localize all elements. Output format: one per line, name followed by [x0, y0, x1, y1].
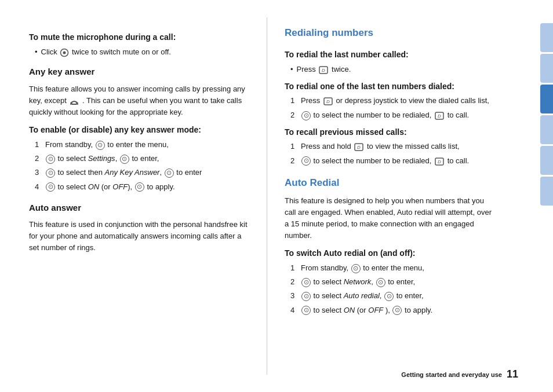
redial-icon-1: D [318, 64, 329, 76]
mute-bullet-item: • Click twice to switch mute on or off. [35, 46, 249, 58]
switch-item-3: 3 to select Auto redial, to enter, [290, 290, 493, 302]
last-called-heading: To redial the last number called: [285, 49, 493, 61]
last-ten-heading: To redial one of the last ten numbers di… [285, 80, 493, 93]
nav-icon-4 [46, 182, 55, 192]
tab-4 [540, 115, 553, 144]
svg-text:D: D [438, 113, 441, 119]
svg-text:D: D [438, 159, 441, 164]
switch-item-4: 4 to select ON (or OFF ), to apply. [290, 305, 493, 316]
footer-text: Getting started and everyday use [401, 371, 502, 378]
recall-item-2: 2 to select the number to be redialed, D… [290, 155, 493, 167]
last-ten-item-2: 2 to select the number to be redialed, D… [290, 109, 493, 122]
last-ten-item-1: 1 Press D or depress joystick to view th… [290, 95, 493, 107]
nav-icon-r1 [301, 111, 311, 120]
page-footer: Getting started and everyday use 11 [401, 368, 518, 380]
nav-icon-s2b [376, 278, 385, 287]
left-column: To mute the microphone during a call: • … [0, 0, 267, 392]
last-called-text: Press D twice. [297, 64, 351, 76]
nav-icon-4b [135, 182, 144, 192]
switch-item-2: 2 to select Network, to enter, [290, 276, 493, 288]
mute-text: Click twice to switch mute on or off. [41, 46, 171, 58]
redial-icon-5: D [434, 155, 445, 167]
tab-2 [540, 54, 553, 83]
enable-item-3: 3 to select then Any Key Answer, to ente… [35, 167, 249, 178]
nav-icon-s1 [351, 264, 361, 273]
recall-item-1: 1 Press and hold D to view the missed ca… [290, 141, 493, 153]
switch-heading: To switch Auto redial on (and off): [285, 247, 493, 260]
redial-icon-2: D [322, 96, 334, 107]
nav-icon-s4 [301, 306, 311, 315]
redial-icon-3: D [434, 109, 445, 121]
svg-text:D: D [326, 99, 330, 104]
svg-text:D: D [322, 68, 326, 73]
recall-list: 1 Press and hold D to view the missed ca… [290, 141, 493, 167]
redial-icon-4: D [353, 141, 365, 153]
tab-3-active [540, 85, 553, 113]
auto-redial-title: Auto Redial [285, 175, 493, 190]
enable-item-2: 2 to select Settings, to enter, [35, 153, 249, 164]
nav-icon-2b [120, 155, 129, 164]
right-column: Redialing numbers To redial the last num… [267, 0, 528, 392]
nav-icon-2 [46, 155, 55, 164]
nav-icon-s3b [384, 292, 394, 301]
bullet-dot-2: • [290, 64, 293, 75]
last-called-bullet: • Press D twice. [290, 64, 493, 76]
nav-icon-3 [46, 168, 55, 178]
page-number: 11 [507, 368, 518, 380]
enable-list: 1 From standby, to enter the menu, 2 to … [35, 139, 249, 193]
switch-item-1: 1 From standby, to enter the menu, [290, 262, 493, 274]
bullet-dot: • [35, 46, 38, 58]
nav-icon-r2 [301, 156, 311, 166]
nav-icon-3b [165, 168, 174, 178]
side-tabs [537, 0, 553, 392]
recall-heading: To recall previous missed calls: [285, 126, 493, 139]
any-key-title: Any key answer [29, 65, 249, 78]
nav-icon-s2 [301, 278, 311, 287]
enable-item-1: 1 From standby, to enter the menu, [35, 139, 249, 151]
nav-icon-s3 [301, 292, 311, 301]
enable-item-4: 4 to select ON (or OFF), to apply. [35, 181, 249, 193]
last-ten-list: 1 Press D or depress joystick to view th… [290, 95, 493, 121]
end-call-icon [68, 95, 80, 107]
svg-text:D: D [357, 145, 361, 150]
nav-icon-1 [96, 141, 105, 150]
mute-heading: To mute the microphone during a call: [29, 31, 249, 44]
tab-5 [540, 146, 553, 175]
auto-answer-body: This feature is used in conjunction with… [29, 219, 249, 254]
nav-icon-s4b [392, 306, 402, 315]
switch-list: 1 From standby, to enter the menu, 2 to … [290, 262, 493, 316]
auto-answer-title: Auto answer [29, 201, 249, 214]
tab-1 [540, 23, 553, 52]
any-key-body: This feature allows you to answer incomi… [29, 83, 249, 119]
redialing-title: Redialing numbers [285, 25, 493, 41]
svg-point-1 [63, 51, 66, 54]
tab-6 [540, 177, 553, 206]
click-icon [59, 46, 70, 58]
page-container: To mute the microphone during a call: • … [0, 0, 553, 392]
enable-heading: To enable (or disable) any key answer mo… [29, 124, 249, 137]
auto-redial-body: This feature is designed to help you whe… [285, 195, 493, 242]
